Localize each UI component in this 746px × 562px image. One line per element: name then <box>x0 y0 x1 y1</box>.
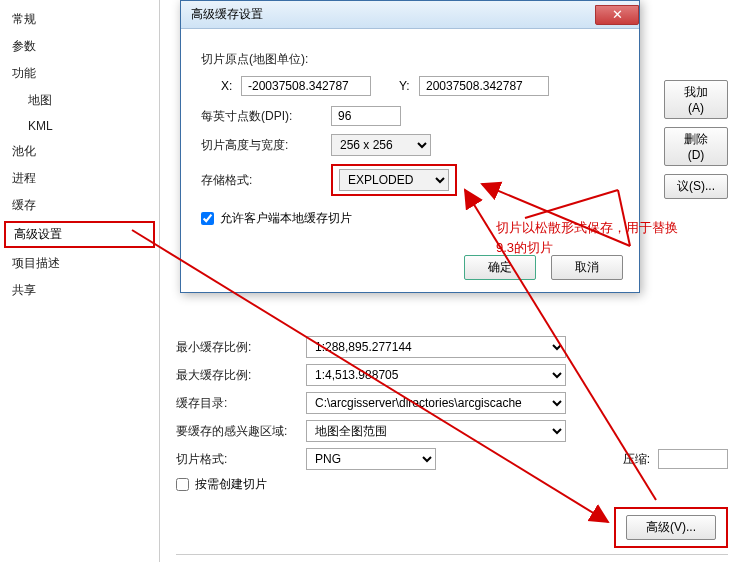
y-input[interactable] <box>419 76 549 96</box>
sidebar-item-kml[interactable]: KML <box>0 114 159 138</box>
dialog-title: 高级缓存设置 <box>191 6 263 23</box>
close-icon[interactable]: ✕ <box>595 5 639 25</box>
advanced-button-highlight: 高级(V)... <box>614 507 728 548</box>
sidebar-item-pooling[interactable]: 池化 <box>0 138 159 165</box>
max-scale-select[interactable]: 1:4,513.988705 <box>306 364 566 386</box>
compress-label: 压缩: <box>623 451 650 468</box>
cache-dir-select[interactable]: C:\arcgisserver\directories\arcgiscache <box>306 392 566 414</box>
sidebar-item-params[interactable]: 参数 <box>0 33 159 60</box>
aoi-label: 要缓存的感兴趣区域: <box>176 423 306 440</box>
size-label: 切片高度与宽度: <box>201 137 331 154</box>
sidebar: 常规 参数 功能 地图 KML 池化 进程 缓存 高级设置 项目描述 共享 <box>0 0 160 562</box>
storage-label: 存储格式: <box>201 172 331 189</box>
dpi-input[interactable] <box>331 106 401 126</box>
ondemand-checkbox[interactable] <box>176 478 189 491</box>
min-scale-select[interactable]: 1:288,895.277144 <box>306 336 566 358</box>
sidebar-item-share[interactable]: 共享 <box>0 277 159 304</box>
min-scale-label: 最小缓存比例: <box>176 339 306 356</box>
cancel-button[interactable]: 取消 <box>551 255 623 280</box>
dialog-body: 切片原点(地图单位): X: Y: 每英寸点数(DPI): 切片高度与宽度: 2… <box>181 29 639 249</box>
sidebar-item-description[interactable]: 项目描述 <box>0 250 159 277</box>
max-scale-label: 最大缓存比例: <box>176 367 306 384</box>
origin-label: 切片原点(地图单位): <box>201 51 331 68</box>
y-label: Y: <box>399 79 419 93</box>
dialog-titlebar: 高级缓存设置 ✕ <box>181 1 639 29</box>
sidebar-item-process[interactable]: 进程 <box>0 165 159 192</box>
sidebar-item-cache[interactable]: 缓存 <box>0 192 159 219</box>
annotation-text: 切片以松散形式保存，用于替换 9.3的切片 <box>496 218 678 257</box>
tile-format-label: 切片格式: <box>176 451 306 468</box>
x-label: X: <box>221 79 241 93</box>
delete-button[interactable]: 删除(D) <box>664 127 728 166</box>
sidebar-item-advanced-settings[interactable]: 高级设置 <box>4 221 155 248</box>
storage-highlight: EXPLODED <box>331 164 457 196</box>
sidebar-item-map[interactable]: 地图 <box>0 87 159 114</box>
storage-select[interactable]: EXPLODED <box>339 169 449 191</box>
sidebar-item-features[interactable]: 功能 <box>0 60 159 87</box>
size-select[interactable]: 256 x 256 <box>331 134 431 156</box>
add-button[interactable]: 我加(A) <box>664 80 728 119</box>
allow-client-cache-checkbox[interactable] <box>201 212 214 225</box>
dpi-label: 每英寸点数(DPI): <box>201 108 331 125</box>
suggest-button[interactable]: 议(S)... <box>664 174 728 199</box>
cache-settings-form: 最小缓存比例: 1:288,895.277144 最大缓存比例: 1:4,513… <box>176 330 728 499</box>
advanced-button[interactable]: 高级(V)... <box>626 515 716 540</box>
allow-client-cache-label: 允许客户端本地缓存切片 <box>220 210 352 227</box>
ok-button[interactable]: 确定 <box>464 255 536 280</box>
right-button-stack: 我加(A) 删除(D) 议(S)... <box>664 80 728 207</box>
ondemand-label: 按需创建切片 <box>195 476 267 493</box>
aoi-select[interactable]: 地图全图范围 <box>306 420 566 442</box>
sidebar-item-general[interactable]: 常规 <box>0 6 159 33</box>
divider <box>176 554 728 555</box>
tile-format-select[interactable]: PNG <box>306 448 436 470</box>
compress-input[interactable] <box>658 449 728 469</box>
cache-dir-label: 缓存目录: <box>176 395 306 412</box>
x-input[interactable] <box>241 76 371 96</box>
